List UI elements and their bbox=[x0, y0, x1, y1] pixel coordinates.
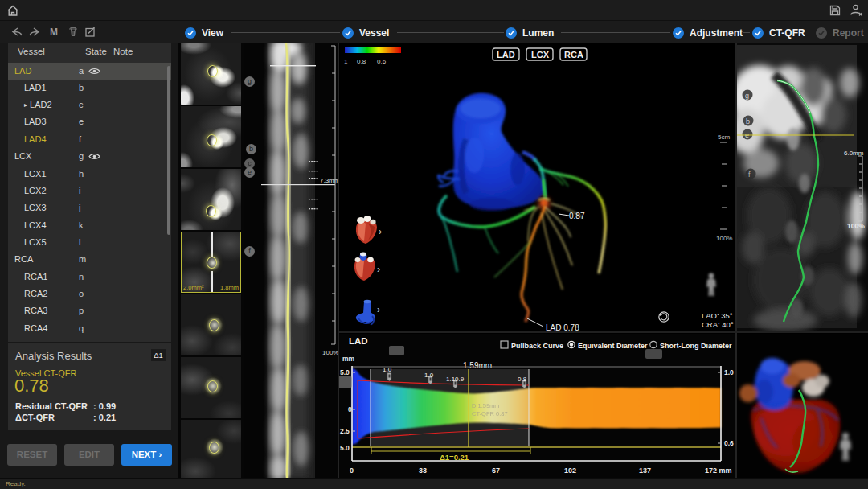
svg-text:0: 0 bbox=[350, 466, 354, 475]
svg-text:›: › bbox=[379, 226, 382, 237]
svg-text:Short-Long Diameter: Short-Long Diameter bbox=[660, 342, 732, 350]
svg-text:LAO: 35°: LAO: 35° bbox=[702, 311, 733, 320]
svg-text:7.3mm: 7.3mm bbox=[320, 177, 339, 184]
svg-text:D 1.59mm: D 1.59mm bbox=[472, 402, 500, 409]
svg-text:b: b bbox=[746, 117, 750, 125]
svg-text:0: 0 bbox=[348, 405, 352, 413]
svg-text:Pullback Curve: Pullback Curve bbox=[511, 342, 563, 350]
svg-text:1.59mm: 1.59mm bbox=[463, 361, 492, 370]
svg-text:5.0: 5.0 bbox=[340, 444, 350, 452]
svg-text:100%: 100% bbox=[716, 235, 732, 242]
svg-text:102: 102 bbox=[564, 466, 576, 475]
svg-text:mm: mm bbox=[342, 355, 355, 363]
svg-text:CT-QFR 0.87: CT-QFR 0.87 bbox=[472, 410, 508, 417]
svg-text:5.0: 5.0 bbox=[340, 368, 350, 376]
svg-text:0.8: 0.8 bbox=[518, 376, 527, 383]
svg-text:g: g bbox=[745, 92, 749, 100]
svg-text:M: M bbox=[50, 27, 58, 38]
svg-text:›: › bbox=[377, 264, 380, 275]
svg-text:100%: 100% bbox=[322, 349, 338, 356]
svg-text:2.5: 2.5 bbox=[340, 427, 350, 435]
svg-text:LAD: LAD bbox=[349, 336, 368, 346]
svg-text:›: › bbox=[377, 304, 380, 315]
svg-text:1.0: 1.0 bbox=[424, 372, 434, 379]
svg-text:5cm: 5cm bbox=[718, 134, 730, 141]
svg-text:RCA: RCA bbox=[564, 50, 583, 60]
svg-text:Equivalent Diameter: Equivalent Diameter bbox=[578, 342, 648, 350]
svg-text:1.0: 1.0 bbox=[724, 368, 734, 376]
svg-text:0.87: 0.87 bbox=[569, 212, 585, 220]
svg-text:33: 33 bbox=[419, 466, 427, 475]
svg-text:1.10.9: 1.10.9 bbox=[446, 376, 465, 383]
svg-text:0.6: 0.6 bbox=[377, 58, 387, 65]
svg-text:0.6: 0.6 bbox=[724, 439, 734, 447]
svg-text:172 mm: 172 mm bbox=[705, 466, 732, 475]
svg-text:CRA: 40°: CRA: 40° bbox=[702, 320, 734, 329]
svg-text:137: 137 bbox=[639, 466, 651, 475]
svg-text:LCX: LCX bbox=[531, 50, 550, 60]
svg-text:1: 1 bbox=[344, 58, 348, 65]
svg-text:67: 67 bbox=[492, 466, 500, 475]
svg-text:0.8: 0.8 bbox=[357, 58, 366, 65]
svg-text:100%: 100% bbox=[847, 222, 865, 230]
svg-text:LAD: LAD bbox=[497, 50, 515, 60]
